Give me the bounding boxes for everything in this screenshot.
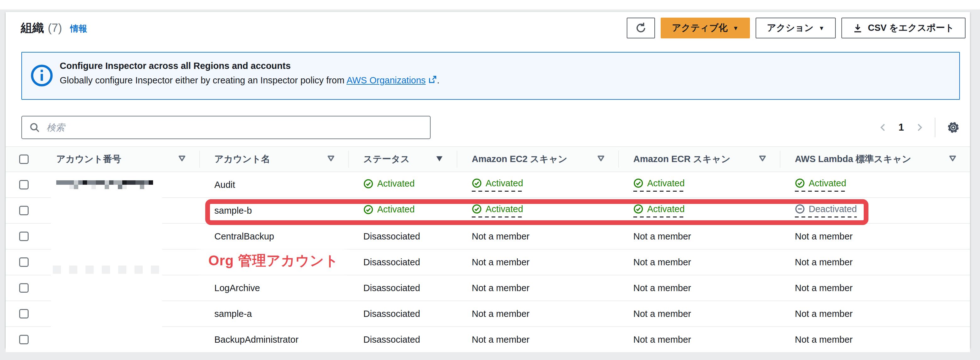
org-management-account-annotation: Org 管理アカウント xyxy=(202,250,344,271)
sort-triangle-outline-icon[interactable] xyxy=(327,154,335,165)
sort-triangle-outline-icon[interactable] xyxy=(597,154,605,165)
lambda-scan-cell: Not a member xyxy=(780,257,970,267)
column-header-label: Amazon EC2 スキャン xyxy=(472,153,567,166)
status-text: Activated xyxy=(377,178,415,189)
check-circle-icon xyxy=(633,204,643,214)
column-header[interactable]: Amazon ECR スキャン xyxy=(619,151,780,168)
export-csv-button[interactable]: CSV をエクスポート xyxy=(842,18,966,38)
column-header[interactable]: ステータス xyxy=(349,151,457,168)
minus-circle-icon xyxy=(795,204,805,214)
redaction-checker-strip xyxy=(53,266,162,274)
ecr-scan-cell: Not a member xyxy=(619,231,780,242)
status-value[interactable]: Activated xyxy=(795,178,846,192)
row-checkbox[interactable] xyxy=(19,283,29,293)
aws-organizations-link[interactable]: AWS Organizations xyxy=(346,75,426,85)
status-value: Activated xyxy=(363,178,415,189)
column-header[interactable]: Amazon EC2 スキャン xyxy=(457,151,619,168)
column-header-label: AWS Lambda 標準スキャン xyxy=(795,153,911,166)
ec2-scan-cell: Activated xyxy=(457,204,619,218)
status-value[interactable]: Activated xyxy=(472,204,523,218)
status-text: Activated xyxy=(809,178,846,189)
status-scan-cell: Disassociated xyxy=(349,309,457,319)
account-name-cell: Audit xyxy=(200,180,349,190)
sort-triangle-outline-icon[interactable] xyxy=(948,154,957,165)
select-all-checkbox[interactable] xyxy=(19,155,29,164)
status-scan-cell: Activated xyxy=(349,204,457,217)
ecr-scan-cell: Not a member xyxy=(619,334,780,345)
status-text: Activated xyxy=(377,204,415,214)
ec2-scan-cell: Activated xyxy=(457,178,619,192)
status-scan-cell: Activated xyxy=(349,178,457,191)
check-circle-icon xyxy=(795,178,805,188)
status-scan-cell: Disassociated xyxy=(349,334,457,345)
banner-text-suffix: . xyxy=(437,75,439,85)
external-link-icon xyxy=(428,75,437,86)
check-circle-icon xyxy=(363,205,373,214)
status-text: Deactivated xyxy=(809,204,857,214)
sort-triangle-filled-icon[interactable] xyxy=(435,154,444,165)
activate-button[interactable]: アクティブ化 ▼ xyxy=(661,18,750,38)
page-top-strip xyxy=(0,0,980,10)
toolbar: アクティブ化 ▼ アクション ▼ CSV をエクスポート xyxy=(627,18,966,38)
row-checkbox-cell xyxy=(6,232,42,241)
ecr-scan-cell: Not a member xyxy=(619,283,780,293)
sort-triangle-outline-icon[interactable] xyxy=(759,154,767,165)
banner-title: Configure Inspector across all Regions a… xyxy=(60,61,291,71)
row-checkbox[interactable] xyxy=(19,335,29,344)
page-count: (7) xyxy=(48,21,62,35)
panel-header: 組織 (7) 情報 アクティブ化 ▼ アクション ▼ xyxy=(21,17,966,39)
status-value[interactable]: Activated xyxy=(472,178,523,192)
search-box xyxy=(21,116,431,139)
lambda-scan-cell: Activated xyxy=(780,178,970,192)
account-name-cell: sample-b xyxy=(200,205,349,216)
status-scan-cell: Disassociated xyxy=(349,283,457,293)
current-page-number[interactable]: 1 xyxy=(899,122,904,133)
table-header-row: アカウント番号アカウント名ステータスAmazon EC2 スキャンAmazon … xyxy=(6,147,970,172)
ec2-scan-cell: Not a member xyxy=(457,283,619,293)
row-checkbox[interactable] xyxy=(19,258,29,267)
status-text: Activated xyxy=(647,204,684,214)
next-page-button[interactable] xyxy=(915,123,924,132)
table-row: AuditActivatedActivatedActivatedActivate… xyxy=(6,172,970,198)
ec2-scan-cell: Not a member xyxy=(457,257,619,267)
status-scan-cell: Disassociated xyxy=(349,257,457,267)
status-value: Activated xyxy=(363,204,415,214)
column-header[interactable]: アカウント番号 xyxy=(42,151,200,168)
previous-page-button[interactable] xyxy=(878,123,888,132)
refresh-icon xyxy=(635,22,647,34)
check-circle-icon xyxy=(472,178,482,188)
status-value[interactable]: Deactivated xyxy=(795,204,857,218)
sort-triangle-outline-icon[interactable] xyxy=(178,154,186,165)
ec2-scan-cell: Not a member xyxy=(457,309,619,319)
status-value[interactable]: Activated xyxy=(633,178,684,192)
row-checkbox[interactable] xyxy=(19,206,29,215)
search-input[interactable] xyxy=(21,116,431,139)
pagination-divider xyxy=(935,118,935,137)
status-text: Activated xyxy=(485,204,523,214)
page-title: 組織 xyxy=(21,20,44,36)
row-checkbox[interactable] xyxy=(19,232,29,241)
status-value[interactable]: Activated xyxy=(633,204,684,218)
row-checkbox[interactable] xyxy=(19,180,29,189)
check-circle-icon xyxy=(472,204,482,214)
column-header[interactable]: アカウント名 xyxy=(200,151,349,168)
status-text: Activated xyxy=(647,178,684,189)
account-name-cell: CentralBackup xyxy=(200,231,349,242)
chevron-down-icon: ▼ xyxy=(733,25,739,32)
actions-button[interactable]: アクション ▼ xyxy=(756,18,836,38)
row-checkbox-cell xyxy=(6,258,42,267)
activate-button-label: アクティブ化 xyxy=(672,22,728,34)
column-header[interactable]: AWS Lambda 標準スキャン xyxy=(780,151,970,168)
row-checkbox-cell xyxy=(6,309,42,318)
row-checkbox-cell xyxy=(6,206,42,215)
lambda-scan-cell: Not a member xyxy=(780,334,970,345)
row-checkbox[interactable] xyxy=(19,309,29,318)
settings-gear-icon[interactable] xyxy=(946,120,961,135)
select-all-checkbox-cell xyxy=(6,151,42,168)
lambda-scan-cell: Not a member xyxy=(780,309,970,319)
ecr-scan-cell: Activated xyxy=(619,204,780,218)
lambda-scan-cell: Not a member xyxy=(780,283,970,293)
refresh-button[interactable] xyxy=(627,18,655,38)
organization-panel: 組織 (7) 情報 アクティブ化 ▼ アクション ▼ xyxy=(6,12,970,348)
info-link[interactable]: 情報 xyxy=(70,23,87,34)
